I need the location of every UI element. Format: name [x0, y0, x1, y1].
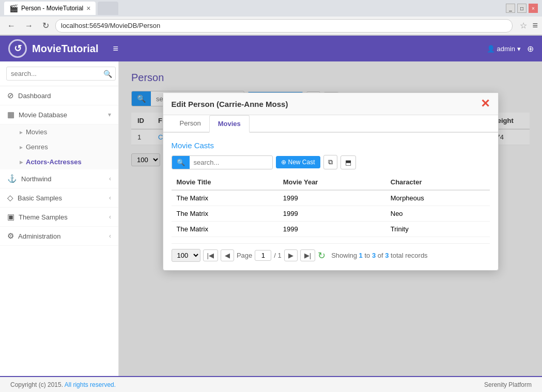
- tab-person[interactable]: Person: [172, 115, 209, 133]
- footer-rights-link[interactable]: All rights reserved.: [65, 381, 116, 388]
- share-btn[interactable]: ⊕: [527, 44, 534, 54]
- basic-samples-icon: ◇: [7, 193, 13, 202]
- sidebar-item-administration[interactable]: ⚙ Administration ‹: [0, 227, 118, 246]
- sidebar-item-label: Dashboard: [18, 92, 51, 100]
- logo-text: MovieTutorial: [32, 43, 99, 55]
- hamburger-btn[interactable]: ≡: [109, 41, 123, 56]
- address-text: localhost:56549/MovieDB/Person: [61, 22, 160, 29]
- sidebar-item-actors[interactable]: ▸ Actors-Actresses: [0, 154, 118, 169]
- northwind-arrow-icon: ‹: [109, 175, 111, 182]
- theme-samples-arrow-icon: ‹: [109, 213, 111, 221]
- table-row[interactable]: The Matrix 1999 Morpheous: [172, 190, 490, 206]
- sidebar-item-label: Northwind: [21, 175, 52, 183]
- modal-tabs: Person Movies: [163, 115, 498, 133]
- logo-icon: ↺: [8, 39, 27, 58]
- cell-character: Neo: [385, 206, 490, 222]
- edit-person-modal: Edit Person (Carrie-Anne Moss) ✕ Person …: [163, 92, 499, 271]
- modal-overlay[interactable]: Edit Person (Carrie-Anne Moss) ✕ Person …: [119, 61, 542, 376]
- cell-movie-year: 1999: [278, 206, 385, 222]
- modal-copy-btn[interactable]: ⧉: [323, 155, 337, 169]
- sidebar-item-label: Movie Database: [19, 111, 67, 119]
- modal-title: Edit Person (Carrie-Anne Moss): [172, 100, 288, 108]
- modal-copy-icon: ⧉: [328, 158, 333, 166]
- close-btn[interactable]: ×: [529, 4, 538, 13]
- table-row[interactable]: The Matrix 1999 Trinity: [172, 222, 490, 237]
- modal-export-btn[interactable]: ⬒: [340, 155, 356, 169]
- theme-samples-icon: ▣: [7, 212, 14, 222]
- sidebar-item-label: Basic Samples: [18, 194, 62, 202]
- modal-body: Movie Casts 🔍 ⊕ New Cast: [163, 133, 498, 270]
- modal-export-icon: ⬒: [345, 159, 351, 166]
- movies-icon: ▸: [20, 129, 23, 136]
- modal-page-size-select[interactable]: 100 50: [172, 249, 200, 262]
- modal-close-btn[interactable]: ✕: [481, 98, 490, 109]
- browser-menu-icon[interactable]: ≡: [532, 20, 538, 31]
- modal-search-input[interactable]: [190, 156, 272, 168]
- sidebar-item-genres[interactable]: ▸ Genres: [0, 139, 118, 154]
- movie-database-arrow-icon: ▾: [108, 111, 111, 118]
- col-movie-title: Movie Title: [172, 175, 278, 190]
- app-footer: Copyright (c) 2015. All rights reserved.…: [0, 376, 542, 392]
- cell-movie-title: The Matrix: [172, 222, 278, 237]
- new-cast-btn[interactable]: ⊕ New Cast: [276, 156, 320, 168]
- app-logo: ↺ MovieTutorial: [8, 39, 99, 58]
- minimize-btn[interactable]: _: [506, 4, 515, 13]
- cell-movie-title: The Matrix: [172, 190, 278, 206]
- sidebar-submenu-label: Actors-Actresses: [26, 158, 82, 166]
- cell-movie-year: 1999: [278, 222, 385, 237]
- admin-label: admin: [497, 45, 515, 53]
- modal-prev-page-btn[interactable]: ◀: [221, 249, 234, 261]
- modal-last-page-btn[interactable]: ▶|: [300, 249, 315, 261]
- new-cast-label: New Cast: [288, 159, 315, 166]
- main-content: Person 🔍 ⊕ New Person ⧉ ⬒: [119, 61, 542, 376]
- refresh-btn[interactable]: ↻: [39, 20, 52, 32]
- sidebar-search-icon: 🔍: [103, 70, 112, 78]
- modal-page-label: Page: [237, 252, 252, 259]
- maximize-btn[interactable]: □: [517, 4, 526, 13]
- cell-character: Morpheous: [385, 190, 490, 206]
- browser-tab-title: Person - MovieTutorial: [21, 5, 83, 12]
- basic-samples-arrow-icon: ‹: [109, 194, 111, 201]
- sidebar-item-movies[interactable]: ▸ Movies: [0, 124, 118, 139]
- sidebar-submenu-label: Movies: [26, 128, 47, 136]
- browser-tab[interactable]: 🎬 Person - MovieTutorial ×: [4, 2, 96, 15]
- address-bar[interactable]: localhost:56549/MovieDB/Person: [55, 19, 513, 33]
- modal-first-page-btn[interactable]: |◀: [203, 249, 218, 261]
- cast-table: Movie Title Movie Year Character The Mat…: [172, 175, 490, 237]
- sidebar-item-label: Administration: [18, 232, 60, 240]
- dashboard-icon: ⊘: [7, 91, 14, 100]
- forward-btn[interactable]: →: [22, 20, 36, 32]
- modal-search-btn[interactable]: 🔍: [172, 156, 190, 169]
- browser-tab-icon: 🎬: [9, 4, 18, 12]
- modal-refresh-btn[interactable]: ↻: [318, 250, 326, 261]
- modal-next-page-btn[interactable]: ▶: [284, 249, 298, 261]
- back-btn[interactable]: ←: [4, 20, 19, 32]
- admin-arrow-icon: ▾: [517, 45, 521, 53]
- bookmark-icon[interactable]: ☆: [520, 21, 527, 30]
- sidebar-search-input[interactable]: [6, 67, 116, 81]
- new-tab-area[interactable]: [98, 2, 118, 15]
- table-row[interactable]: The Matrix 1999 Neo: [172, 206, 490, 222]
- modal-section-title: Movie Casts: [172, 141, 490, 150]
- col-character: Character: [385, 175, 490, 190]
- sidebar-item-theme-samples[interactable]: ▣ Theme Samples ‹: [0, 208, 118, 227]
- tab-movies[interactable]: Movies: [209, 115, 250, 133]
- admin-user-icon: 👤: [487, 45, 495, 53]
- modal-showing-text: Showing 1 to 3 of 3 total records: [331, 252, 428, 259]
- sidebar-item-basic-samples[interactable]: ◇ Basic Samples ‹: [0, 189, 118, 208]
- modal-header: Edit Person (Carrie-Anne Moss) ✕: [163, 93, 498, 115]
- modal-total-pages: / 1: [274, 252, 281, 259]
- tab-close-btn[interactable]: ×: [86, 4, 90, 12]
- actors-icon: ▸: [20, 159, 23, 166]
- modal-page-input[interactable]: [255, 250, 271, 261]
- sidebar-item-northwind[interactable]: ⚓ Northwind ‹: [0, 169, 118, 189]
- cell-movie-title: The Matrix: [172, 206, 278, 222]
- movie-database-submenu: ▸ Movies ▸ Genres ▸ Actors-Actresses: [0, 124, 118, 169]
- app-header: ↺ MovieTutorial ≡ 👤 admin ▾ ⊕: [0, 36, 542, 61]
- northwind-icon: ⚓: [7, 174, 17, 183]
- sidebar-submenu-label: Genres: [26, 143, 48, 151]
- sidebar-item-dashboard[interactable]: ⊘ Dashboard: [0, 86, 118, 105]
- modal-search-container: 🔍: [172, 155, 273, 169]
- admin-btn[interactable]: 👤 admin ▾: [487, 45, 521, 53]
- sidebar-item-movie-database[interactable]: ▦ Movie Database ▾: [0, 105, 118, 124]
